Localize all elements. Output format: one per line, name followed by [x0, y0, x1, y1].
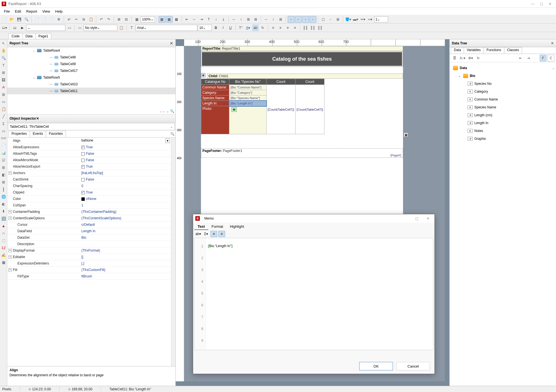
- memo-tab-text[interactable]: Text: [194, 224, 208, 230]
- menu-file[interactable]: File: [2, 9, 12, 14]
- tab-data[interactable]: Data: [22, 33, 36, 39]
- dt-filter-icon[interactable]: ⚙▾: [467, 55, 474, 61]
- dt-field[interactable]: .0Graphic: [451, 135, 555, 143]
- dt-field[interactable]: ASpecies Name: [451, 103, 555, 111]
- dt-caption-mode-icon[interactable]: C: [548, 55, 554, 61]
- close-button[interactable]: ✕: [549, 2, 552, 6]
- row-length-in-data[interactable]: [Bio."Length In"]: [229, 101, 266, 106]
- chart-icon[interactable]: 📊: [1, 150, 6, 156]
- dt-field[interactable]: ANotes: [451, 127, 555, 135]
- font-settings-icon[interactable]: Tᵀ: [237, 24, 244, 31]
- table-tool-icon[interactable]: ⊞: [1, 179, 6, 185]
- cut-icon[interactable]: ✂: [73, 16, 80, 23]
- chevron-down-icon[interactable]: ⌄: [458, 74, 461, 78]
- html-icon[interactable]: ∩: [1, 230, 6, 236]
- tree-item[interactable]: —TableCell10: [7, 81, 175, 88]
- map-icon[interactable]: 🌐: [1, 194, 6, 199]
- count-cell-2[interactable]: [Count(TableCell7)]: [295, 85, 324, 134]
- properties-grid[interactable]: AlignbaNone▾AllowExpressionsTrueAllowHTM…: [7, 138, 175, 366]
- same-height-icon[interactable]: ↕: [270, 16, 277, 23]
- dt-collapse-icon[interactable]: ⇤: [517, 55, 524, 61]
- property-row[interactable]: DataSetBio: [7, 234, 175, 241]
- properties-scrollbar[interactable]: [171, 138, 175, 366]
- memo-close-icon[interactable]: ✕: [427, 216, 429, 220]
- text-align-left-icon[interactable]: ≡: [270, 24, 276, 31]
- check-icon[interactable]: ☑: [1, 157, 6, 163]
- object-selector-combo[interactable]: TableCell11: TfrxTableCell: [8, 123, 175, 130]
- align-right-icon[interactable]: ⇥: [198, 16, 205, 23]
- maximize-button[interactable]: ▢: [540, 2, 543, 6]
- format-tool-icon[interactable]: ⊞: [1, 70, 6, 75]
- dt-field-mode-icon[interactable]: F: [540, 55, 546, 61]
- center-h-icon[interactable]: ⊞: [245, 16, 252, 23]
- report-tree-body[interactable]: ⌄TableRow4—TableCell8—TableCell9—TableCe…: [7, 47, 175, 115]
- property-row[interactable]: AllowMirrorModeFalse: [7, 157, 175, 163]
- frame-edit-icon[interactable]: ⊞: [335, 16, 341, 23]
- group-icon[interactable]: ⊞: [116, 16, 122, 23]
- child-band[interactable]: ✥ Child: Child1 Catalogue No Bio."Specie…: [201, 74, 403, 134]
- paste-icon[interactable]: 📋: [88, 16, 94, 23]
- frame-2-icon[interactable]: ▫: [295, 16, 302, 23]
- zip-icon[interactable]: ⬇: [1, 208, 6, 214]
- property-row[interactable]: AllowHTMLTagsFalse: [7, 151, 175, 157]
- property-row[interactable]: CharSpacing0: [7, 183, 175, 189]
- report-title-band[interactable]: Catalog of the sea fishes: [201, 51, 403, 67]
- table-resize-handle[interactable]: ▦: [404, 133, 408, 137]
- dt-expand-icon[interactable]: ⇥: [525, 55, 532, 61]
- property-row[interactable]: +Editable[]: [7, 254, 175, 260]
- ungroup-icon[interactable]: ⊟: [123, 16, 130, 23]
- property-row[interactable]: FillTypeftBrush: [7, 273, 175, 280]
- property-row[interactable]: ClippedTrue: [7, 189, 175, 196]
- th-count1[interactable]: Count: [266, 79, 295, 85]
- same-width-icon[interactable]: ↔: [263, 16, 269, 23]
- page-number-memo[interactable]: [Page#]: [201, 153, 403, 158]
- menu-edit[interactable]: Edit: [13, 9, 23, 14]
- barcode3-icon[interactable]: ║║: [317, 24, 323, 31]
- property-row[interactable]: +Fill(TfrxCustomFill): [7, 267, 175, 273]
- signature-icon[interactable]: ✍: [1, 252, 6, 258]
- memo-tab-format[interactable]: Format: [208, 224, 226, 230]
- subreport-icon[interactable]: 📋: [1, 106, 6, 112]
- text-tool-icon[interactable]: T: [1, 62, 6, 68]
- tree-item[interactable]: —TableCell8: [7, 54, 175, 61]
- pdf-icon[interactable]: ▲: [1, 223, 6, 229]
- ole-icon[interactable]: OLE: [1, 135, 6, 141]
- gradient-icon[interactable]: ◧: [1, 172, 6, 177]
- pointer-icon[interactable]: ↖: [1, 40, 6, 46]
- row-common-name-label[interactable]: Common Name:: [201, 85, 229, 90]
- space-h-icon[interactable]: ↔: [230, 16, 237, 23]
- grid-snap-icon[interactable]: ▦: [166, 16, 173, 23]
- rich-icon[interactable]: 📄: [1, 143, 6, 148]
- data-toggle[interactable]: 🗂: [12, 24, 18, 31]
- save-icon[interactable]: 💾: [16, 16, 22, 23]
- frame-none-icon[interactable]: ▫: [327, 16, 334, 23]
- dt-field[interactable]: .0Length (cm): [451, 111, 555, 119]
- redo-icon[interactable]: ↷: [105, 16, 112, 23]
- band-tool-icon[interactable]: ▭: [1, 99, 6, 104]
- run-icon[interactable]: ▶: [19, 24, 26, 31]
- report-tree-toggle[interactable]: 🗂▾: [1, 24, 8, 31]
- same-size-icon[interactable]: ⊞: [277, 16, 284, 23]
- qr-icon[interactable]: ▦: [1, 259, 6, 265]
- style-combo[interactable]: ⌄: [26, 25, 65, 31]
- highlight-icon[interactable]: ab: [252, 24, 259, 31]
- dt-root[interactable]: Data ⌄: [451, 64, 555, 72]
- row-species-name-data[interactable]: [Bio."Species Name"]: [229, 95, 266, 101]
- barcode2-icon[interactable]: ║║: [309, 24, 316, 31]
- property-row[interactable]: +Anchors[fraLeft,fraTop]: [7, 170, 175, 176]
- memo-wrap-icon[interactable]: ≡: [210, 231, 217, 237]
- property-row[interactable]: AllowVectorExportTrue: [7, 163, 175, 170]
- dt-tab-functions[interactable]: Functions: [484, 47, 504, 54]
- dt-db-icon[interactable]: 🗄: [451, 55, 458, 61]
- hand-icon[interactable]: ✋: [1, 48, 6, 53]
- menu-report[interactable]: Report: [24, 9, 39, 14]
- row-common-name-data[interactable]: [Bio."Common Name"]: [229, 85, 266, 90]
- line-color-icon[interactable]: ▬▾: [352, 16, 359, 23]
- grid-icon[interactable]: ▦: [133, 16, 140, 23]
- tree-item[interactable]: ⌄TableRow5: [7, 74, 175, 81]
- tree-search-icon[interactable]: 🔍: [170, 109, 174, 113]
- memo-editor[interactable]: 123456789 [Bio."Length In"]: [194, 238, 433, 350]
- space-v-icon[interactable]: ↕: [238, 16, 244, 23]
- property-row[interactable]: CanShrinkFalse: [7, 176, 175, 183]
- report-tree-close-icon[interactable]: ✕: [170, 41, 173, 45]
